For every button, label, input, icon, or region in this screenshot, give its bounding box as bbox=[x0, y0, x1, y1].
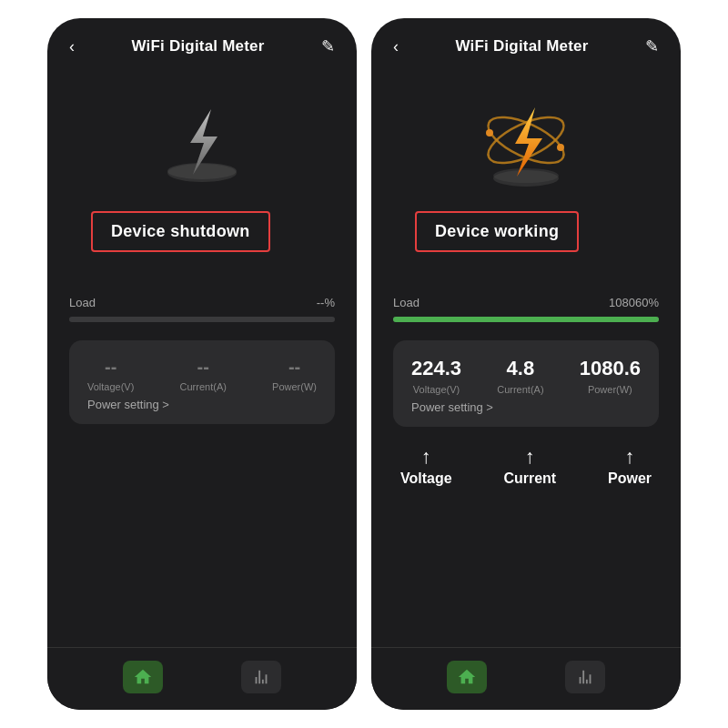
left-current-label: Current(A) bbox=[180, 381, 227, 392]
right-power-value: 1080.6 bbox=[580, 357, 641, 380]
right-load-label: Load bbox=[393, 296, 420, 309]
left-power-setting[interactable]: Power setting > bbox=[87, 392, 317, 411]
right-power-label: Power(W) bbox=[588, 384, 632, 395]
annotations-row: ↑ Voltage ↑ Current ↑ Power bbox=[371, 441, 681, 487]
right-home-button[interactable] bbox=[447, 661, 487, 693]
right-status-text: Device working bbox=[435, 222, 559, 240]
voltage-arrow-icon: ↑ bbox=[421, 445, 431, 469]
svg-point-8 bbox=[493, 168, 559, 183]
left-chart-icon bbox=[251, 667, 271, 687]
right-metrics-row: 224.3 Voltage(V) 4.8 Current(A) 1080.6 P… bbox=[411, 357, 641, 395]
right-voltage-label: Voltage(V) bbox=[413, 384, 460, 395]
right-load-value: 108060% bbox=[609, 296, 659, 309]
right-home-icon bbox=[457, 667, 477, 687]
left-status-container: Device shutdown bbox=[47, 211, 357, 296]
left-phone-card: ‹ WiFi Digital Meter ✎ Device shutdown bbox=[47, 18, 357, 710]
left-metrics-row: -- Voltage(V) -- Current(A) -- Power(W) bbox=[87, 357, 317, 392]
right-chart-icon bbox=[575, 667, 595, 687]
left-status-box: Device shutdown bbox=[91, 211, 270, 252]
left-power-value: -- bbox=[288, 357, 300, 378]
right-progress-fill bbox=[393, 317, 659, 322]
right-status-box: Device working bbox=[415, 211, 579, 252]
svg-point-5 bbox=[486, 129, 493, 136]
orange-lightning-icon bbox=[471, 93, 581, 193]
left-title: WiFi Digital Meter bbox=[131, 37, 264, 56]
svg-point-1 bbox=[167, 163, 237, 179]
left-power-metric: -- Power(W) bbox=[272, 357, 317, 392]
current-annotation-label: Current bbox=[503, 470, 556, 487]
right-chart-button[interactable] bbox=[565, 661, 605, 693]
power-annotation: ↑ Power bbox=[608, 445, 652, 487]
left-voltage-value: -- bbox=[105, 357, 116, 378]
left-current-metric: -- Current(A) bbox=[180, 357, 227, 392]
right-status-container: Device working bbox=[371, 211, 681, 296]
power-arrow-icon: ↑ bbox=[624, 445, 634, 469]
current-annotation: ↑ Current bbox=[503, 445, 556, 487]
voltage-annotation: ↑ Voltage bbox=[400, 445, 452, 487]
left-back-icon[interactable]: ‹ bbox=[69, 37, 75, 56]
left-bottom-nav bbox=[47, 647, 357, 710]
left-status-text: Device shutdown bbox=[111, 222, 250, 240]
left-device-icon-area bbox=[47, 66, 357, 211]
left-progress-bg bbox=[69, 317, 335, 322]
right-voltage-metric: 224.3 Voltage(V) bbox=[411, 357, 461, 395]
left-voltage-label: Voltage(V) bbox=[87, 381, 134, 392]
left-current-value: -- bbox=[197, 357, 209, 378]
right-power-metric: 1080.6 Power(W) bbox=[580, 357, 641, 395]
right-back-icon[interactable]: ‹ bbox=[393, 37, 399, 56]
right-current-label: Current(A) bbox=[497, 384, 543, 395]
current-arrow-icon: ↑ bbox=[525, 445, 535, 469]
left-home-icon bbox=[133, 667, 153, 687]
left-load-label: Load bbox=[69, 296, 96, 309]
left-load-section: Load --% bbox=[47, 296, 357, 340]
left-chart-button[interactable] bbox=[241, 661, 281, 693]
left-metrics-card: -- Voltage(V) -- Current(A) -- Power(W) … bbox=[69, 340, 335, 424]
voltage-annotation-label: Voltage bbox=[400, 470, 452, 487]
power-annotation-label: Power bbox=[608, 470, 652, 487]
right-metrics-card: 224.3 Voltage(V) 4.8 Current(A) 1080.6 P… bbox=[393, 340, 659, 427]
left-power-label: Power(W) bbox=[272, 381, 317, 392]
right-edit-icon[interactable]: ✎ bbox=[645, 36, 659, 56]
right-progress-bg bbox=[393, 317, 659, 322]
right-phone-card: ‹ WiFi Digital Meter ✎ bbox=[371, 18, 681, 710]
right-current-metric: 4.8 Current(A) bbox=[497, 357, 543, 395]
right-device-icon-area bbox=[371, 66, 681, 211]
left-header: ‹ WiFi Digital Meter ✎ bbox=[47, 18, 357, 66]
right-current-value: 4.8 bbox=[507, 357, 535, 380]
left-voltage-metric: -- Voltage(V) bbox=[87, 357, 134, 392]
left-home-button[interactable] bbox=[123, 661, 163, 693]
svg-point-6 bbox=[557, 144, 564, 151]
right-header: ‹ WiFi Digital Meter ✎ bbox=[371, 18, 681, 66]
right-voltage-value: 224.3 bbox=[411, 357, 461, 380]
gray-lightning-icon bbox=[152, 93, 252, 193]
right-bottom-nav bbox=[371, 647, 681, 710]
left-edit-icon[interactable]: ✎ bbox=[321, 36, 335, 56]
right-power-setting[interactable]: Power setting > bbox=[411, 395, 641, 414]
right-title: WiFi Digital Meter bbox=[455, 37, 588, 56]
right-load-section: Load 108060% bbox=[371, 296, 681, 340]
left-load-value: --% bbox=[317, 296, 335, 309]
